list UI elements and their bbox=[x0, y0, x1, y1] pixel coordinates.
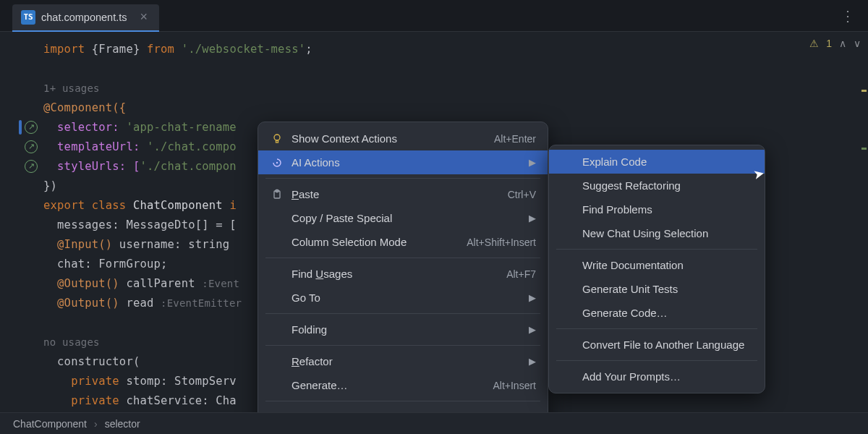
ai-action-item-new-chat-using-selection[interactable]: New Chat Using Selection bbox=[549, 221, 765, 245]
inspections-widget[interactable]: ⚠ 1 ∧ ∨ bbox=[809, 38, 861, 49]
usages-hint[interactable]: 1+ usages bbox=[43, 82, 100, 94]
breadcrumb-item[interactable]: ChatComponent bbox=[13, 418, 87, 430]
chevron-right-icon: ▶ bbox=[529, 157, 536, 168]
typescript-file-icon: TS bbox=[21, 10, 35, 25]
menu-shortcut: Ctrl+V bbox=[508, 189, 536, 200]
bulb-icon bbox=[270, 133, 284, 145]
menu-item-label: Find Problems bbox=[582, 203, 753, 216]
menu-item-label: Generate Unit Tests bbox=[582, 283, 753, 295]
context-menu-item-generate[interactable]: Generate…Alt+Insert bbox=[258, 373, 548, 397]
context-menu-item-ai-actions[interactable]: AI Actions▶ bbox=[258, 150, 548, 174]
menu-item-label: Paste bbox=[292, 188, 493, 200]
context-menu-item-find-usages[interactable]: Find UsagesAlt+F7 bbox=[258, 262, 548, 286]
menu-item-label: Show Context Actions bbox=[292, 132, 480, 145]
menu-separator bbox=[556, 360, 757, 361]
menu-item-label: Explain Code bbox=[582, 156, 753, 168]
close-tab-icon[interactable]: × bbox=[137, 9, 151, 25]
menu-item-label: Copy / Paste Special bbox=[292, 212, 514, 224]
menu-separator bbox=[556, 249, 757, 250]
menu-separator bbox=[265, 401, 540, 401]
menu-separator bbox=[265, 313, 540, 314]
context-menu-item-column-selection-mode[interactable]: Column Selection ModeAlt+Shift+Insert bbox=[258, 230, 548, 254]
menu-item-label: Column Selection Mode bbox=[292, 236, 452, 248]
ai-action-item-suggest-refactoring[interactable]: Suggest Refactoring bbox=[549, 174, 765, 197]
context-menu-item-paste[interactable]: PasteCtrl+V bbox=[258, 182, 548, 206]
chevron-right-icon: ▶ bbox=[529, 292, 536, 303]
related-symbol-icon[interactable]: ↗ bbox=[25, 121, 38, 134]
menu-shortcut: Alt+F7 bbox=[506, 268, 536, 280]
menu-separator bbox=[265, 345, 540, 346]
ai-action-item-write-documentation[interactable]: Write Documentation bbox=[549, 253, 765, 277]
tab-filename: chat.component.ts bbox=[41, 12, 127, 23]
context-menu-item-show-context-actions[interactable]: Show Context ActionsAlt+Enter bbox=[258, 127, 548, 150]
breadcrumb[interactable]: ChatComponent › selector bbox=[0, 412, 868, 434]
chevron-right-icon: ▶ bbox=[529, 213, 536, 224]
ai-action-item-generate-code[interactable]: Generate Code… bbox=[549, 301, 765, 325]
paste-icon bbox=[270, 189, 284, 200]
ai-action-item-explain-code[interactable]: Explain Code bbox=[549, 150, 765, 174]
menu-item-label: New Chat Using Selection bbox=[582, 227, 753, 239]
menu-item-label: Refactor bbox=[292, 355, 514, 367]
ai-action-item-generate-unit-tests[interactable]: Generate Unit Tests bbox=[549, 277, 765, 301]
warning-icon: ⚠ bbox=[809, 38, 819, 49]
editor-more-menu-icon[interactable]: ⋮ bbox=[827, 7, 868, 25]
ai-action-item-add-your-prompts[interactable]: Add Your Prompts… bbox=[549, 365, 765, 388]
error-stripe[interactable] bbox=[859, 61, 867, 421]
context-menu-item-go-to[interactable]: Go To▶ bbox=[258, 286, 548, 310]
chevron-right-icon: ▶ bbox=[529, 324, 536, 335]
svg-rect-1 bbox=[276, 140, 278, 142]
menu-item-label: AI Actions bbox=[292, 156, 514, 169]
swirl-icon bbox=[270, 157, 284, 169]
menu-separator bbox=[265, 178, 540, 179]
svg-point-2 bbox=[276, 161, 278, 163]
chevron-right-icon: › bbox=[94, 418, 98, 430]
ai-action-item-convert-file-to-another-language[interactable]: Convert File to Another Language bbox=[549, 333, 765, 357]
next-highlight-icon[interactable]: ∨ bbox=[854, 38, 861, 49]
menu-item-label: Folding bbox=[292, 323, 514, 336]
usages-hint[interactable]: no usages bbox=[43, 336, 100, 348]
prev-highlight-icon[interactable]: ∧ bbox=[839, 38, 846, 49]
editor-tab[interactable]: TS chat.component.ts × bbox=[12, 4, 159, 32]
breadcrumb-item[interactable]: selector bbox=[105, 418, 140, 430]
menu-item-label: Go To bbox=[292, 292, 514, 304]
context-menu: Show Context ActionsAlt+EnterAI Actions▶… bbox=[258, 122, 548, 434]
ai-actions-submenu: Explain CodeSuggest RefactoringFind Prob… bbox=[548, 145, 765, 393]
menu-separator bbox=[556, 328, 757, 329]
gutter: ↗ ↗ ↗ bbox=[0, 32, 43, 421]
menu-item-label: Find Usages bbox=[292, 268, 492, 280]
context-menu-item-folding[interactable]: Folding▶ bbox=[258, 318, 548, 341]
context-menu-item-refactor[interactable]: Refactor▶ bbox=[258, 349, 548, 373]
ai-action-item-find-problems[interactable]: Find Problems bbox=[549, 197, 765, 221]
menu-item-label: Generate Code… bbox=[582, 307, 753, 319]
warning-count: 1 bbox=[826, 38, 832, 49]
menu-shortcut: Alt+Enter bbox=[494, 133, 536, 145]
menu-item-label: Suggest Refactoring bbox=[582, 179, 753, 192]
related-symbol-icon[interactable]: ↗ bbox=[25, 160, 38, 173]
svg-point-0 bbox=[274, 135, 280, 140]
menu-item-label: Generate… bbox=[292, 379, 478, 391]
change-marker[interactable] bbox=[19, 120, 22, 135]
related-symbol-icon[interactable]: ↗ bbox=[25, 140, 38, 153]
menu-separator bbox=[265, 258, 540, 258]
menu-item-label: Convert File to Another Language bbox=[582, 339, 753, 351]
tab-bar: TS chat.component.ts × ⋮ bbox=[0, 0, 868, 32]
menu-item-label: Write Documentation bbox=[582, 259, 753, 271]
menu-shortcut: Alt+Shift+Insert bbox=[467, 237, 536, 248]
menu-item-label: Add Your Prompts… bbox=[582, 370, 753, 383]
context-menu-item-copy-paste-special[interactable]: Copy / Paste Special▶ bbox=[258, 206, 548, 230]
chevron-right-icon: ▶ bbox=[529, 356, 536, 367]
menu-shortcut: Alt+Insert bbox=[493, 380, 536, 391]
